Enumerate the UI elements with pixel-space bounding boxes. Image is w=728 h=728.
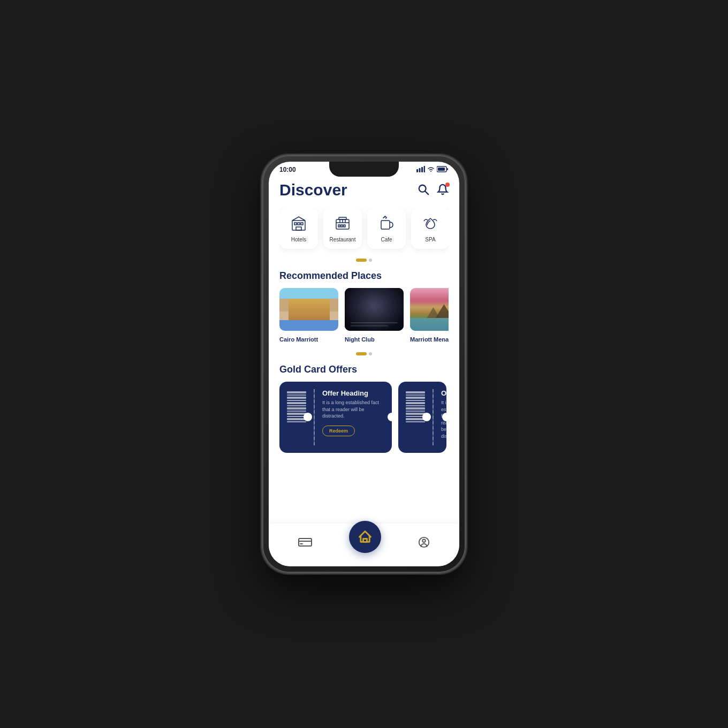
notification-badge [445,183,450,187]
night-club-name: Night Club [345,336,375,343]
offer-divider-2 [433,389,434,445]
category-spa[interactable]: SPA [411,208,449,249]
svg-rect-11 [298,223,300,225]
nav-card[interactable] [298,537,312,548]
search-button[interactable] [418,184,429,197]
svg-rect-2 [421,167,423,172]
offer-card-1[interactable]: Offer Heading It is a long established f… [279,382,392,453]
night-club-image [345,288,404,331]
svg-rect-28 [299,539,312,546]
page-title: Discover [279,181,347,199]
svg-rect-19 [339,217,346,219]
recommended-section: Recommended Places Cairo Marriott [279,270,449,355]
svg-rect-17 [341,225,343,227]
barcode-2 [406,389,425,445]
redeem-button-1[interactable]: Redeem [322,426,355,436]
svg-rect-3 [424,166,426,172]
mena-house-image [410,288,449,331]
spa-label: SPA [425,237,435,242]
cafe-label: Cafe [381,237,392,242]
wifi-icon [427,166,435,173]
category-restaurant[interactable]: Restaurant [323,208,362,249]
svg-marker-26 [435,304,449,318]
place-mena-house[interactable]: Marriott Mena House [410,288,449,344]
hotels-label: Hotels [291,237,306,242]
offer-card-2[interactable]: Offer It is a long established fact that… [398,382,446,453]
phone-device: 10:00 [262,155,466,573]
cairo-marriott-image [279,288,338,331]
svg-rect-31 [363,539,367,542]
phone-screen: 10:00 [269,162,459,566]
cairo-marriott-name: Cairo Marriott [279,336,318,343]
offer-content-1: Offer Heading It is a long established f… [322,389,384,445]
offer-desc-1: It is a long established fact that a rea… [322,399,384,420]
bottom-navigation [269,524,459,566]
svg-rect-10 [294,223,297,225]
header-actions [418,184,449,197]
offer-content-2: Offer It is a long established fact that… [441,389,446,445]
svg-rect-5 [438,168,445,171]
app-header: Discover [279,176,449,208]
barcode-1 [287,389,306,445]
svg-line-8 [425,191,428,194]
restaurant-label: Restaurant [330,237,356,242]
mena-house-name: Marriott Mena House [410,336,449,343]
spa-icon [421,214,440,233]
svg-point-33 [423,540,426,543]
category-cafe[interactable]: Cafe [367,208,406,249]
gold-card-title: Gold Card Offers [279,364,449,375]
svg-rect-6 [447,168,448,170]
places-indicator-dot-1 [356,352,367,355]
category-scroll-indicator [279,259,449,262]
gold-card-section: Gold Card Offers [279,364,449,457]
battery-icon [437,166,449,173]
notification-button[interactable] [437,184,449,197]
categories-list: Hotels [279,208,449,254]
restaurant-icon [333,214,352,233]
places-indicator-dot-2 [369,352,372,355]
hotel-icon [289,214,308,233]
power-button[interactable] [466,262,468,300]
cafe-icon [377,214,396,233]
indicator-dot-1 [356,259,367,262]
svg-rect-0 [416,169,418,172]
svg-rect-23 [381,221,390,229]
svg-rect-9 [292,221,305,230]
nav-profile[interactable] [418,536,430,548]
signal-icon [416,166,425,173]
svg-rect-16 [338,225,340,227]
notch [329,162,399,177]
nav-home[interactable] [349,521,381,553]
indicator-dot-2 [369,259,372,262]
svg-rect-13 [296,227,301,230]
offer-heading-1: Offer Heading [322,389,384,397]
svg-rect-1 [419,168,421,172]
offer-divider-1 [314,389,315,445]
place-cairo-marriott[interactable]: Cairo Marriott [279,288,338,344]
category-hotels[interactable]: Hotels [279,208,318,249]
offer-desc-2: It is a long established fact that a rea… [441,399,446,440]
places-scroll-indicator [279,352,449,355]
recommended-title: Recommended Places [279,270,449,282]
svg-rect-18 [344,225,345,227]
status-icons [416,166,449,173]
place-night-club[interactable]: Night Club [345,288,404,344]
app-content: Discover [269,176,459,537]
status-time: 10:00 [279,166,296,173]
offers-list: Offer Heading It is a long established f… [279,382,449,457]
offer-heading-2: Offer [441,389,446,397]
places-list: Cairo Marriott Night Club [279,288,449,348]
svg-rect-12 [301,223,303,225]
